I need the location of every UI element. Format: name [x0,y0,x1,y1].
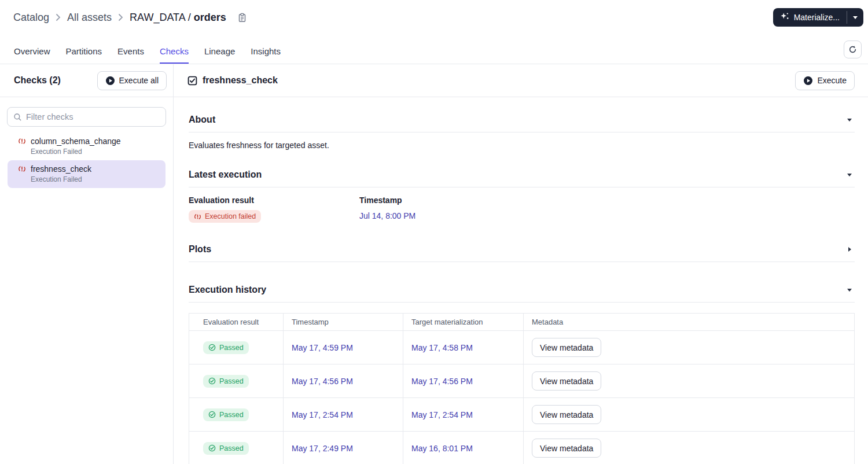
view-metadata-button[interactable]: View metadata [532,371,601,391]
play-circle-icon [803,76,813,86]
column-header-target-materialization: Target materialization [403,314,524,331]
tab-events[interactable]: Events [117,35,144,64]
checks-sidebar: Checks (2) Execute all [0,64,174,464]
latest-execution-title: Latest execution [189,170,262,180]
passed-badge: Passed [203,375,249,388]
check-detail-panel: freshness_check Execute About Evaluates … [174,64,868,464]
about-section-header: About [189,115,855,125]
execution-failed-badge: Execution failed [189,210,261,223]
refresh-icon [848,45,857,54]
tab-lineage[interactable]: Lineage [204,35,235,64]
section-divider [189,262,855,262]
materialize-button[interactable]: Materialize... [773,8,847,27]
copy-asset-name-icon[interactable] [238,13,247,23]
table-row: Passed May 17, 4:59 PM May 17, 4:58 PM V… [189,331,855,364]
execution-failed-icon [18,137,26,145]
chevron-right-icon [118,13,123,21]
materialize-split-button: Materialize... [773,8,863,27]
chevron-right-icon [56,13,61,21]
target-materialization-link[interactable]: May 17, 2:54 PM [411,410,473,419]
sparkle-icon [780,12,790,23]
check-name: freshness_check [31,164,91,174]
check-circle-icon [208,377,216,385]
collapse-latest-execution-button[interactable] [844,170,855,180]
table-row: Passed May 17, 2:54 PM May 17, 2:54 PM V… [189,398,855,432]
target-materialization-link[interactable]: May 17, 4:56 PM [411,377,473,386]
caret-down-icon [847,118,852,122]
execution-failed-icon [18,165,26,173]
check-detail-title: freshness_check [203,75,278,86]
target-materialization-link[interactable]: May 16, 8:01 PM [411,444,473,453]
caret-down-icon [847,173,852,177]
top-bar: Catalog All assets RAW_DATA / orders M [0,0,868,35]
plots-section-header: Plots [189,244,855,255]
execution-timestamp-link[interactable]: May 17, 4:56 PM [292,377,353,386]
column-header-metadata: Metadata [524,314,855,331]
execution-timestamp-link[interactable]: May 17, 4:59 PM [292,343,353,352]
tab-insights[interactable]: Insights [251,35,281,64]
execution-history-table: Evaluation result Timestamp Target mater… [189,313,855,464]
execution-failed-icon [194,213,201,220]
check-list-item-column-schema-change[interactable]: column_schema_change Execution Failed [8,132,165,160]
passed-badge: Passed [203,442,249,455]
view-metadata-button[interactable]: View metadata [532,439,601,458]
play-circle-icon [105,76,115,86]
passed-badge: Passed [203,408,249,421]
asset-tab-bar: Overview Partitions Events Checks Lineag… [0,35,868,64]
breadcrumb-asset-group[interactable]: RAW_DATA / [130,12,191,23]
check-box-icon [187,76,197,86]
breadcrumb-catalog[interactable]: Catalog [13,12,49,24]
check-description: Evaluates freshness for targeted asset. [189,141,855,150]
tab-checks[interactable]: Checks [160,35,189,64]
execution-history-section-header: Execution history [189,285,855,295]
latest-execution-section-header: Latest execution [189,170,855,180]
caret-down-icon [847,288,852,292]
check-status: Execution Failed [31,148,160,156]
section-divider [189,187,855,187]
caret-right-icon [848,246,852,252]
execution-timestamp-link[interactable]: May 17, 2:49 PM [292,444,353,453]
filter-checks-input[interactable] [26,112,160,121]
refresh-button[interactable] [844,40,862,58]
filter-checks-box [7,107,166,127]
about-title: About [189,115,215,125]
passed-badge: Passed [203,341,249,354]
table-row: Passed May 17, 4:56 PM May 17, 4:56 PM V… [189,364,855,398]
evaluation-result-label: Evaluation result [189,196,359,205]
collapse-execution-history-button[interactable] [844,285,855,295]
section-divider [189,302,855,303]
execute-all-button[interactable]: Execute all [97,71,167,90]
column-header-evaluation-result: Evaluation result [189,314,284,331]
expand-plots-button[interactable] [844,244,855,255]
column-header-timestamp: Timestamp [284,314,403,331]
plots-title: Plots [189,244,211,255]
check-list-item-freshness-check[interactable]: freshness_check Execution Failed [8,160,165,188]
latest-execution-timestamp-link[interactable]: Jul 14, 8:00 PM [359,211,415,220]
breadcrumb-asset-name[interactable]: orders [194,12,226,23]
materialize-dropdown-button[interactable] [847,8,863,27]
table-row: Passed May 17, 2:49 PM May 16, 8:01 PM V… [189,432,855,464]
breadcrumb: Catalog All assets RAW_DATA / orders [13,12,247,24]
check-status: Execution Failed [31,175,160,183]
chevron-down-icon [852,16,858,20]
execution-timestamp-link[interactable]: May 17, 2:54 PM [292,410,353,419]
table-header-row: Evaluation result Timestamp Target mater… [189,314,855,331]
collapse-about-button[interactable] [844,115,855,125]
breadcrumb-all-assets[interactable]: All assets [67,12,112,24]
tab-partitions[interactable]: Partitions [66,35,102,64]
target-materialization-link[interactable]: May 17, 4:58 PM [411,343,473,352]
execute-button[interactable]: Execute [795,71,855,90]
view-metadata-button[interactable]: View metadata [532,405,601,424]
breadcrumb-asset-path: RAW_DATA / orders [130,12,226,24]
timestamp-label: Timestamp [359,196,415,205]
check-name: column_schema_change [31,137,121,146]
tab-overview[interactable]: Overview [14,35,50,64]
execution-history-title: Execution history [189,285,266,295]
section-divider [189,132,855,132]
checks-count-title: Checks (2) [14,75,61,86]
view-metadata-button[interactable]: View metadata [532,338,601,357]
materialize-button-label: Materialize... [794,13,840,22]
check-circle-icon [208,411,216,418]
check-circle-icon [208,444,216,452]
check-circle-icon [208,344,216,351]
